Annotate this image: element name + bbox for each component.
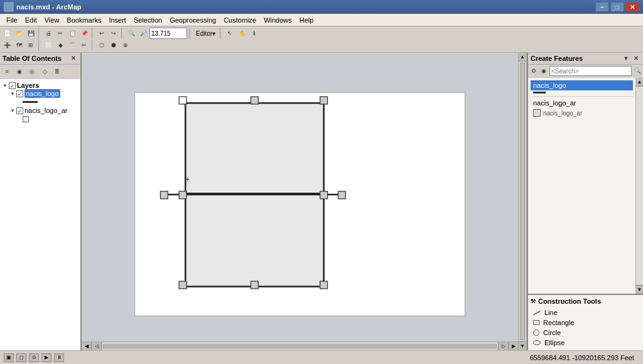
- toc-nacis-logo-symbol: [10, 100, 38, 104]
- status-coordinates: 6559684.491 -10920165.293 Feet: [530, 354, 634, 361]
- rp-search-button[interactable]: 🔍: [633, 67, 642, 75]
- menu-view[interactable]: View: [41, 15, 63, 25]
- merge-tool[interactable]: ⬢: [108, 40, 119, 51]
- construction-tools: ⚒ Construction Tools Line Rectangle Circ…: [528, 294, 643, 350]
- status-layout-button[interactable]: ▣: [4, 353, 14, 362]
- zoom-input[interactable]: [149, 28, 187, 39]
- toc-list-view[interactable]: ≡: [1, 66, 13, 77]
- toc-options[interactable]: ≣: [51, 66, 63, 77]
- rp-scroll-track[interactable]: [636, 87, 643, 285]
- ct-item-circle[interactable]: Circle: [531, 328, 640, 338]
- scroll-track[interactable]: [103, 345, 497, 348]
- menu-edit[interactable]: Edit: [21, 15, 41, 25]
- menu-help[interactable]: Help: [296, 15, 318, 25]
- save-button[interactable]: 💾: [25, 28, 36, 39]
- new-button[interactable]: 📄: [1, 28, 13, 39]
- edit-select[interactable]: ⬜: [43, 40, 54, 51]
- rectangle-icon: [533, 320, 539, 325]
- menu-geoprocessing[interactable]: Geoprocessing: [166, 15, 220, 25]
- undo-button[interactable]: ↩: [96, 28, 107, 39]
- rp-toolbar: ⚙ ◉ 🔍: [528, 65, 643, 78]
- minimize-button[interactable]: –: [595, 2, 609, 12]
- rp-nacis-logo-label: nacis_logo: [533, 82, 566, 89]
- scroll-up-button[interactable]: ▲: [519, 53, 526, 62]
- ct-item-ellipse[interactable]: Ellipse: [531, 338, 640, 348]
- map-zoom[interactable]: 🗺: [13, 40, 24, 51]
- pan-tool[interactable]: ✋: [236, 28, 247, 39]
- status-pause-button[interactable]: ⏸: [54, 353, 64, 362]
- scroll-page-left-button[interactable]: ◁: [92, 342, 102, 351]
- status-play-button[interactable]: ▶: [41, 353, 51, 362]
- redo-button[interactable]: ↪: [108, 28, 119, 39]
- toc-selection-view[interactable]: ◇: [39, 66, 50, 77]
- status-globe-button[interactable]: ⊙: [29, 353, 39, 362]
- map-vertical-scrollbar[interactable]: ▲ ▼: [518, 53, 527, 350]
- open-button[interactable]: 📂: [13, 28, 24, 39]
- edit-vertices[interactable]: ◆: [55, 40, 66, 51]
- reshape-tool[interactable]: ⌒: [67, 40, 78, 51]
- rp-separator: [531, 96, 633, 97]
- menu-file[interactable]: File: [3, 15, 21, 25]
- rp-item-nacis-logo-ar[interactable]: nacis_logo_ar: [531, 98, 633, 108]
- rp-search-input[interactable]: [551, 68, 630, 75]
- cut-button[interactable]: ✂: [55, 28, 66, 39]
- scroll-left-button[interactable]: ◀: [82, 342, 92, 351]
- svg-rect-7: [179, 191, 186, 199]
- svg-rect-13: [320, 281, 328, 289]
- toc-visibility-view[interactable]: ◎: [26, 66, 38, 77]
- toc-source-view[interactable]: ◉: [14, 66, 25, 77]
- menu-selection[interactable]: Selection: [130, 15, 166, 25]
- ct-item-line[interactable]: Line: [531, 308, 640, 318]
- zoom-in-button[interactable]: 🔍: [126, 28, 137, 39]
- menubar: File Edit View Bookmarks Insert Selectio…: [0, 14, 643, 26]
- toolbar-sep-7: [92, 40, 94, 51]
- rp-item-nacis-logo[interactable]: nacis_logo: [531, 80, 633, 90]
- map-canvas[interactable]: + ◀ ◁ ▷ ▶: [82, 53, 518, 350]
- nacis-logo-checkbox[interactable]: [16, 90, 23, 97]
- toc-layers-expand[interactable]: ▼ Layers: [3, 82, 78, 89]
- toc-header-buttons: ✕: [69, 54, 78, 63]
- rp-nacis-logo-ar-label: nacis_logo_ar: [533, 99, 576, 107]
- layers-checkbox[interactable]: [9, 82, 16, 89]
- select-tool[interactable]: ↖: [224, 28, 235, 39]
- copy-button[interactable]: 📋: [67, 28, 78, 39]
- paste-button[interactable]: 📌: [78, 28, 90, 39]
- scroll-down-button[interactable]: ▼: [519, 341, 526, 350]
- rp-nacis-logo-ar-symbol-row: nacis_logo_ar: [531, 108, 633, 118]
- rp-scroll-down[interactable]: ▼: [636, 285, 643, 294]
- topology-tool[interactable]: ⬡: [96, 40, 107, 51]
- menu-customize[interactable]: Customize: [220, 15, 260, 25]
- nacis-logo-ar-checkbox[interactable]: [16, 107, 23, 114]
- menu-bookmarks[interactable]: Bookmarks: [63, 15, 105, 25]
- zoom-out-button[interactable]: 🔎: [138, 28, 149, 39]
- maximize-button[interactable]: □: [610, 2, 624, 12]
- toc-item-nacis-logo-ar-row[interactable]: ▼ nacis_logo_ar: [10, 107, 67, 114]
- add-data[interactable]: ➕: [1, 40, 13, 51]
- print-button[interactable]: 🖨: [43, 28, 54, 39]
- ct-item-rectangle[interactable]: Rectangle: [531, 318, 640, 328]
- editor-dropdown[interactable]: Editor▾: [193, 30, 218, 37]
- rp-scrollbar[interactable]: ▲ ▼: [635, 78, 643, 294]
- menu-windows[interactable]: Windows: [260, 15, 296, 25]
- rp-scroll-up[interactable]: ▲: [636, 78, 643, 87]
- status-data-button[interactable]: ◻: [16, 353, 26, 362]
- scroll-page-right-button[interactable]: ▷: [498, 342, 508, 351]
- map-horizontal-scrollbar[interactable]: ◀ ◁ ▷ ▶: [82, 341, 518, 350]
- close-button[interactable]: ✕: [625, 2, 639, 12]
- rp-filter-button[interactable]: ◉: [539, 67, 548, 75]
- toc-item-nacis-logo-row[interactable]: ▼ nacis_logo: [10, 89, 60, 98]
- full-extent[interactable]: ⊞: [25, 40, 36, 51]
- rp-search-box[interactable]: [549, 66, 632, 76]
- menu-insert[interactable]: Insert: [105, 15, 130, 25]
- ellipse-icon: [533, 340, 541, 345]
- rp-close-button[interactable]: ✕: [632, 54, 640, 63]
- union-tool[interactable]: ⊕: [120, 40, 131, 51]
- rp-options-button[interactable]: ▼: [622, 54, 630, 63]
- nacis-logo-ar-expand: ▼: [10, 108, 15, 114]
- scroll-right-button[interactable]: ▶: [508, 342, 518, 351]
- identify-tool[interactable]: ℹ: [248, 28, 259, 39]
- toc-close-button[interactable]: ✕: [69, 54, 78, 63]
- split-tool[interactable]: ✂: [78, 40, 90, 51]
- scroll-vert-track[interactable]: [520, 63, 525, 340]
- rp-organize-button[interactable]: ⚙: [529, 67, 538, 75]
